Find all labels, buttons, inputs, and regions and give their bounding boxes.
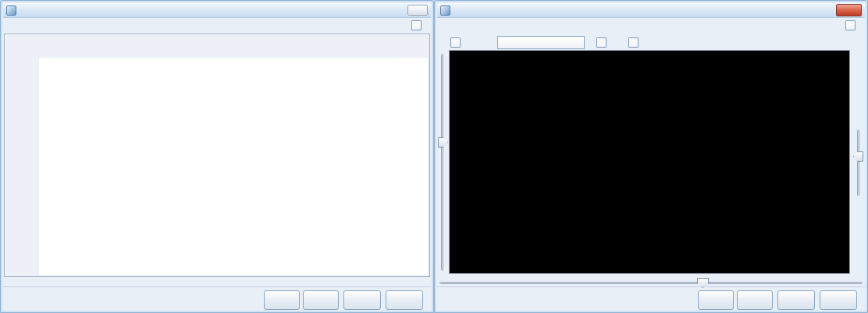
redo-button[interactable] (737, 290, 773, 310)
app-icon (6, 5, 16, 16)
color-theme-dropdown[interactable] (497, 36, 585, 49)
footer (3, 286, 431, 311)
titlebar[interactable] (3, 3, 431, 18)
even-spacing-toggle[interactable] (596, 37, 610, 48)
close-window-button[interactable] (407, 5, 428, 16)
footer (437, 286, 865, 311)
close-button[interactable] (820, 290, 857, 310)
slider-track (857, 130, 859, 196)
ve-table-grid (39, 58, 428, 275)
follow-mode-checkbox[interactable] (628, 37, 639, 48)
close-window-button[interactable] (836, 4, 862, 16)
close-button[interactable] (386, 290, 423, 310)
y-axis-label (6, 58, 37, 261)
3d-view-toggle[interactable] (845, 20, 859, 30)
ve-table-window-3d (434, 0, 868, 313)
rotation-slider-left[interactable] (437, 54, 448, 271)
ve-table-window-2d (0, 0, 434, 313)
3d-view-checkbox[interactable] (411, 20, 422, 30)
color-shade-toggle[interactable] (450, 37, 464, 48)
3d-surface-plot[interactable] (449, 50, 850, 274)
color-shade-checkbox[interactable] (450, 37, 461, 48)
slider-thumb[interactable] (853, 151, 863, 162)
burn-button[interactable] (777, 290, 815, 310)
follow-mode-toggle[interactable] (628, 37, 642, 48)
redo-button[interactable] (303, 290, 339, 310)
rotation-slider-right[interactable] (853, 130, 864, 196)
undo-button[interactable] (264, 290, 300, 310)
3d-view-checkbox[interactable] (845, 20, 856, 30)
slider-track (441, 54, 443, 271)
slider-track (439, 282, 863, 284)
desktop (0, 0, 868, 313)
undo-button[interactable] (698, 290, 734, 310)
titlebar[interactable] (437, 3, 865, 18)
3d-surface-canvas[interactable] (450, 51, 851, 275)
app-icon (440, 5, 450, 16)
table-panel (4, 34, 430, 277)
burn-button[interactable] (343, 290, 381, 310)
3d-status-overlay (454, 52, 491, 208)
3d-controls-bar (438, 34, 864, 50)
3d-view-toggle[interactable] (411, 20, 425, 30)
slider-thumb[interactable] (438, 137, 448, 148)
even-spacing-checkbox[interactable] (596, 37, 607, 48)
